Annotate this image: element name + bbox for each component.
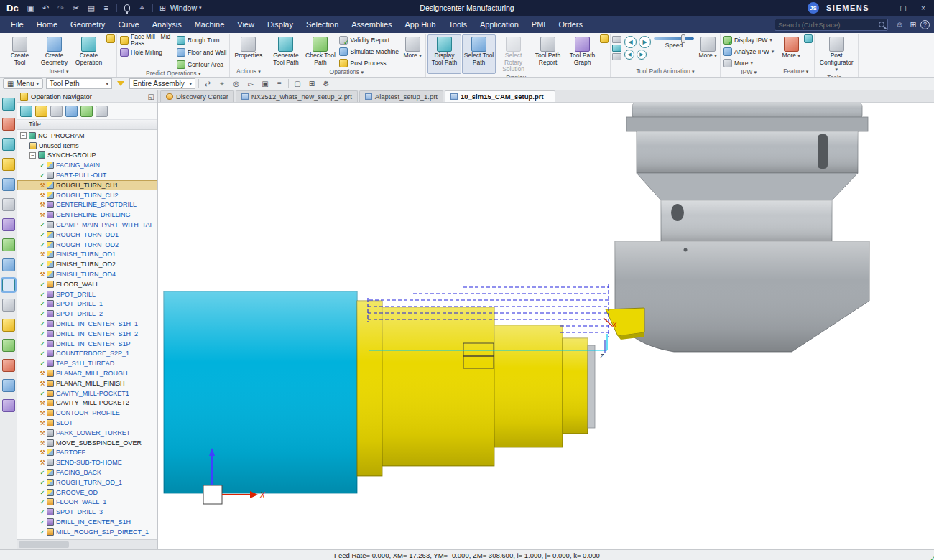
scrollbar-thumb[interactable] bbox=[19, 541, 69, 548]
navigator-scrollbar[interactable] bbox=[17, 539, 157, 549]
screenshot-icon[interactable]: ⊞ bbox=[907, 20, 920, 29]
tree-row[interactable]: ⚒ CENTERLINE_SPOTDRILL bbox=[17, 200, 157, 210]
resource-bar-item[interactable] bbox=[2, 319, 15, 332]
menu-item[interactable]: Analysis bbox=[146, 17, 188, 32]
tree-row[interactable]: ✓ GROOVE_OD bbox=[17, 487, 157, 498]
microphone-icon[interactable] bbox=[124, 4, 130, 12]
create-operation-button[interactable]: Create Operation bbox=[72, 34, 106, 67]
ipw-more-button[interactable]: More ▾ bbox=[722, 57, 775, 68]
speed-slider[interactable] bbox=[654, 37, 694, 40]
navigator-tool-icon[interactable] bbox=[65, 106, 78, 117]
settings-icon[interactable]: ⚙ bbox=[320, 79, 332, 89]
navigator-tool-icon[interactable] bbox=[50, 106, 63, 117]
resource-bar-item[interactable] bbox=[2, 279, 15, 291]
menu-item[interactable]: Curve bbox=[111, 17, 145, 32]
tree-row[interactable]: ⚒ CENTERLINE_DRILLING bbox=[17, 210, 157, 220]
simulate-machine-button[interactable]: Simulate Machine bbox=[338, 46, 400, 57]
menu-item[interactable]: Machine bbox=[188, 17, 231, 32]
tree-row[interactable]: ⚒ ROUGH_TURN_CH2 bbox=[17, 190, 157, 200]
part-tab[interactable]: Discovery Center bbox=[160, 90, 234, 102]
resource-bar-item[interactable] bbox=[2, 218, 15, 231]
resource-bar-item[interactable] bbox=[2, 339, 15, 352]
toolpath-view-select[interactable]: Tool Path ▾ bbox=[46, 78, 112, 89]
layers-icon[interactable]: ≡ bbox=[274, 79, 285, 89]
analyze-ipw-button[interactable]: Analyze IPW ▾ bbox=[722, 46, 775, 57]
tree-row[interactable]: ✓ ROUGH_TURN_OD_1 bbox=[17, 477, 157, 487]
avatar[interactable]: JS bbox=[808, 2, 819, 14]
help-icon[interactable]: ? bbox=[920, 20, 930, 29]
touch-mode-icon[interactable]: ⌖ bbox=[137, 1, 147, 15]
navigator-tool-icon[interactable] bbox=[96, 106, 108, 117]
resource-bar-item[interactable] bbox=[2, 138, 15, 151]
view-style-icon[interactable]: ⊞ bbox=[306, 79, 318, 89]
tree-row[interactable]: ✓ TAP_S1H_THREAD bbox=[17, 358, 157, 368]
tree-row[interactable]: ✓ SPOT_DRILL_2 bbox=[17, 309, 157, 319]
resource-bar-item[interactable] bbox=[2, 158, 15, 171]
tree-row[interactable]: ✓ CLAMP_MAIN_PART_WITH_TAI bbox=[17, 220, 157, 230]
snap-point-icon[interactable]: ⌖ bbox=[216, 79, 228, 89]
resource-bar-item[interactable] bbox=[2, 299, 15, 312]
ribbon-group-label[interactable]: Predict Operations ▾ bbox=[119, 70, 228, 77]
animation-stop-icon[interactable] bbox=[612, 53, 621, 60]
tree-row[interactable]: ⚒ PLANAR_MILL_ROUGH bbox=[17, 368, 157, 378]
part-tab[interactable]: NX2512_whats_new_setup_2.prt bbox=[236, 90, 358, 102]
close-button[interactable]: × bbox=[917, 4, 930, 12]
search-box[interactable] bbox=[775, 19, 888, 31]
tree-row[interactable]: ⚒ FINISH_TURN_OD1 bbox=[17, 250, 157, 260]
speed-slider-thumb[interactable] bbox=[681, 34, 685, 43]
menu-item[interactable]: Home bbox=[30, 17, 64, 32]
chevron-down-icon[interactable]: ▾ bbox=[772, 49, 775, 55]
hole-milling-button[interactable]: Hole Milling bbox=[119, 47, 175, 57]
ribbon-group-label[interactable]: Tool Path Animation ▾ bbox=[612, 67, 718, 77]
paste-icon[interactable]: ≡ bbox=[101, 1, 111, 15]
contour-area-button[interactable]: Contour Area bbox=[175, 59, 228, 70]
copy-object-icon[interactable]: ▣ bbox=[259, 79, 271, 89]
menu-button[interactable]: ▦ Menu ▾ bbox=[3, 78, 43, 89]
selection-scope-select[interactable]: Entire Assembly ▾ bbox=[129, 78, 195, 89]
tree-row[interactable]: ⚒ PARK_LOWER_TURRET bbox=[17, 428, 157, 438]
ribbon-group-label[interactable]: Feature ▾ bbox=[779, 67, 813, 77]
resource-bar-item[interactable] bbox=[2, 399, 15, 412]
selection-filter-icon[interactable] bbox=[117, 81, 124, 86]
feature-gallery-icon[interactable] bbox=[804, 34, 813, 43]
save-icon[interactable]: ▣ bbox=[26, 1, 36, 15]
tree-row[interactable]: ✓ FINISH_TURN_OD2 bbox=[17, 259, 157, 269]
resource-bar-item[interactable] bbox=[2, 379, 15, 392]
tree-row[interactable]: ⚒ PLANAR_MILL_FINISH bbox=[17, 378, 157, 388]
step-back-button[interactable]: ◀ bbox=[624, 50, 634, 60]
detach-panel-icon[interactable]: ◱ bbox=[148, 93, 154, 101]
tree-row[interactable]: Unused Items bbox=[17, 141, 157, 151]
post-configurator-button[interactable]: Post Configurator ▾ bbox=[816, 34, 856, 74]
menu-item[interactable]: Orders bbox=[552, 17, 589, 32]
tree-row[interactable]: ✓ PART-PULL-OUT bbox=[17, 170, 157, 180]
animation-list-icon[interactable] bbox=[612, 36, 621, 43]
cursor-pick-icon[interactable]: ▻ bbox=[245, 79, 256, 89]
tree-row[interactable]: ✓ FLOOR_WALL bbox=[17, 279, 157, 289]
tree-row[interactable]: ⚒ MOVE_SUBSPINDLE_OVER bbox=[17, 438, 157, 448]
circle-select-icon[interactable]: ◎ bbox=[231, 79, 242, 89]
tree-row[interactable]: ✓ DRILL_IN_CENTER_S1H bbox=[17, 517, 157, 527]
post-process-button[interactable]: Post Process bbox=[338, 57, 400, 68]
resource-bar-item[interactable] bbox=[2, 238, 15, 251]
minimize-button[interactable]: – bbox=[877, 4, 889, 12]
face-mill-mid-pass-button[interactable]: Face Mill - Mid Pass bbox=[119, 34, 175, 45]
tree-row[interactable]: ✓ FLOOR_WALL_1 bbox=[17, 497, 157, 507]
part-tab[interactable]: 10_sim15_CAM_setup.prt bbox=[445, 90, 555, 102]
resource-bar-item[interactable] bbox=[2, 178, 15, 191]
play-forward-button[interactable]: ▶ bbox=[639, 36, 651, 48]
ribbon-group-label[interactable]: Insert ▾ bbox=[3, 67, 115, 77]
tree-row[interactable]: ✓ DRILL_IN_CENTER_S1H_1 bbox=[17, 319, 157, 329]
tree-row[interactable]: ⚒ CAVITY_MILL-POCKET2 bbox=[17, 398, 157, 409]
menu-item[interactable]: PMI bbox=[525, 17, 552, 32]
ribbon-group-label[interactable]: Actions ▾ bbox=[231, 67, 265, 77]
chevron-down-icon[interactable]: ▾ bbox=[750, 60, 753, 66]
window-menu[interactable]: ⊞ Window ▾ bbox=[158, 1, 202, 15]
cut-icon[interactable]: ✂ bbox=[71, 1, 81, 15]
tree-row[interactable]: ✓ CAVITY_MILL-POCKET1 bbox=[17, 388, 157, 398]
feature-more-button[interactable]: More ▾ bbox=[779, 34, 803, 67]
animation-loop-icon[interactable] bbox=[612, 45, 621, 52]
menu-item[interactable]: App Hub bbox=[399, 17, 443, 32]
part-tab[interactable]: Alaptest_setup_1.prt bbox=[359, 90, 443, 102]
tree-row[interactable]: − NC_PROGRAM bbox=[17, 131, 157, 141]
tree-row[interactable]: ✓ SPOT_DRILL_3 bbox=[17, 507, 157, 517]
